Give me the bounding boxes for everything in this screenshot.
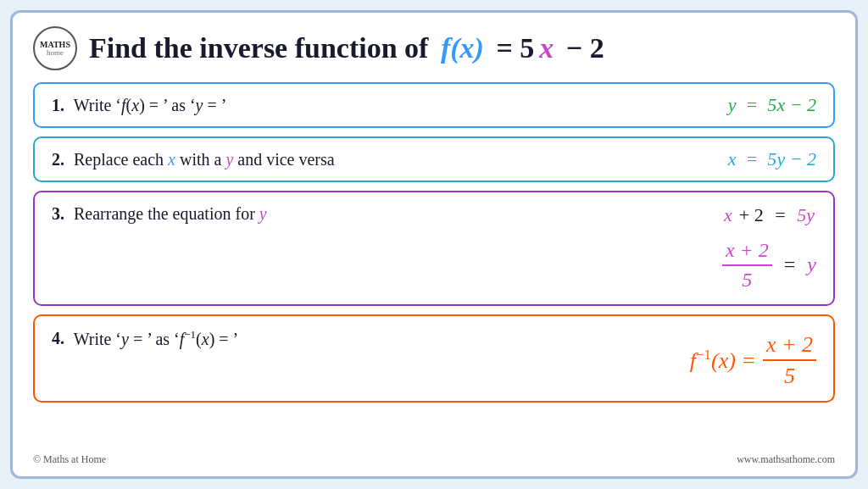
step-1-instruction: 1. Write ‘f(x) = ’ as ‘y = ’ (52, 96, 226, 115)
step-2-number: 2. (52, 150, 64, 169)
step-3-eq2: x + 2 5 = y (722, 238, 816, 292)
logo-home: home (47, 49, 64, 58)
step-4-fraction: x + 2 5 (763, 331, 816, 389)
step-1-box: 1. Write ‘f(x) = ’ as ‘y = ’ y = 5x − 2 (33, 82, 835, 128)
step-3-equations: x + 2 = 5y x + 2 5 = y (722, 204, 816, 292)
page-title: Find the inverse function of f(x) = 5 x … (89, 32, 604, 64)
step-2-instruction: 2. Replace each x with a y and vice vers… (52, 150, 335, 169)
footer-right: www.mathsathome.com (737, 453, 835, 466)
step-4-instruction: 4. Write ‘y = ’ as ‘f−1(x) = ’ (52, 328, 238, 349)
step-1-equation: y = 5x − 2 (728, 94, 816, 116)
step-3-number: 3. (52, 204, 64, 223)
step-2-equation: x = 5y − 2 (728, 148, 816, 170)
title-minus2: − 2 (559, 32, 604, 64)
main-container: MATHS home Find the inverse function of … (10, 10, 858, 479)
step-4-number: 4. (52, 329, 64, 347)
footer-left: © Maths at Home (33, 453, 106, 466)
step-1-number: 1. (52, 96, 64, 114)
step-3-fraction: x + 2 5 (722, 238, 772, 292)
step-4-lhs: f−1(x) = (690, 347, 756, 374)
step-3-box: 3. Rearrange the equation for y x + 2 = … (33, 191, 835, 306)
step-4-numerator: x + 2 (763, 331, 816, 361)
header: MATHS home Find the inverse function of … (33, 26, 835, 70)
title-x: x (539, 32, 554, 64)
step-4-denominator: 5 (781, 361, 798, 389)
step-4-box: 4. Write ‘y = ’ as ‘f−1(x) = ’ f−1(x) = … (33, 314, 835, 403)
step-4-eq: f−1(x) = x + 2 5 (690, 331, 816, 389)
logo: MATHS home (33, 26, 77, 70)
step-3-denominator: 5 (738, 266, 755, 292)
step-2-box: 2. Replace each x with a y and vice vers… (33, 136, 835, 182)
step-3-instruction: 3. Rearrange the equation for y (52, 204, 267, 224)
step-3-numerator: x + 2 (722, 238, 772, 266)
footer: © Maths at Home www.mathsathome.com (33, 450, 835, 466)
step-4-equations: f−1(x) = x + 2 5 (690, 331, 816, 389)
title-fx: f(x) (441, 32, 484, 64)
step-3-eq1: x + 2 = 5y (724, 204, 815, 226)
title-eq: = 5 (489, 32, 534, 64)
logo-maths: MATHS (40, 40, 70, 49)
title-text-1: Find the inverse function of (89, 32, 436, 64)
